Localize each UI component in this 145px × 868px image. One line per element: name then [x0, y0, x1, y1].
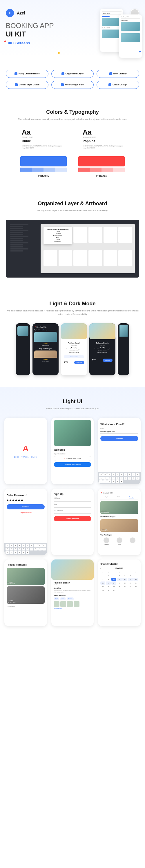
keyboard-key[interactable]: D	[14, 548, 17, 551]
calendar-day[interactable]: 21	[134, 582, 138, 585]
tab[interactable]: Packages	[129, 496, 134, 498]
calendar-day[interactable]: 11	[117, 578, 122, 581]
layer-item[interactable]: ▸ Categories	[45, 241, 70, 243]
calendar-day[interactable]: 5	[122, 574, 127, 577]
keyboard-key[interactable]: P	[136, 473, 140, 476]
password-field[interactable]	[54, 512, 92, 514]
keyboard-key[interactable]: T	[22, 544, 25, 547]
keyboard-key[interactable]: K	[128, 477, 131, 479]
forgot-link[interactable]: Forgot Password?	[7, 512, 45, 514]
email-field[interactable]	[54, 506, 92, 508]
keyboard-key[interactable]: W	[103, 473, 107, 476]
tab[interactable]: Flights	[105, 496, 108, 498]
calendar-day[interactable]: 19	[122, 582, 127, 585]
tab[interactable]: Hotels	[39, 329, 42, 331]
keyboard-key[interactable]: G	[116, 477, 119, 479]
keyboard-key[interactable]: N	[22, 551, 25, 554]
keyboard-key[interactable]: O	[132, 473, 136, 476]
name-field[interactable]	[54, 500, 92, 502]
keyboard-key[interactable]: T	[116, 473, 119, 476]
keyboard-key[interactable]: H	[26, 548, 29, 551]
layer-item[interactable]: ▸ Packages	[45, 232, 70, 235]
keyboard-key[interactable]: Y	[120, 473, 123, 476]
keyboard-key[interactable]: W	[9, 544, 13, 547]
keyboard-key[interactable]: D	[107, 477, 111, 479]
keyboard-key[interactable]: U	[30, 544, 33, 547]
calendar-day[interactable]: 14	[134, 578, 138, 581]
calendar-day[interactable]: 22	[100, 585, 105, 588]
keyboard-key[interactable]: Z	[136, 477, 140, 479]
keyboard-key[interactable]: F	[18, 548, 21, 551]
keyboard-key[interactable]: O	[38, 544, 42, 547]
calendar-day[interactable]: 20	[128, 582, 133, 585]
layer-item[interactable]: ▸ Home	[45, 230, 70, 232]
keyboard-key[interactable]: I	[34, 544, 38, 547]
tab[interactable]: Packages	[43, 329, 48, 331]
signup-button[interactable]: Sign Up	[100, 436, 138, 441]
calendar-day[interactable]: 24	[111, 585, 116, 588]
keyboard-key[interactable]: X	[99, 480, 103, 483]
layer-item[interactable]: ▸ Image	[45, 239, 70, 241]
calendar-day[interactable]: 17	[111, 582, 116, 585]
photos-link[interactable]: See 104 Photos	[54, 608, 92, 609]
calendar-day[interactable]: 6	[128, 574, 133, 577]
calendar-day[interactable]: 23	[106, 585, 111, 588]
tab[interactable]: Hotels	[117, 496, 120, 498]
keyboard-key[interactable]: R	[112, 473, 115, 476]
calendar-day[interactable]: 27	[128, 585, 133, 588]
keyboard-key[interactable]: I	[128, 473, 131, 476]
calendar-day[interactable]: 8	[100, 578, 105, 581]
keyboard-key[interactable]: H	[120, 477, 123, 479]
create-account-button[interactable]: Create Account	[54, 516, 92, 521]
calendar-day[interactable]: 15	[100, 582, 105, 585]
calendar-day[interactable]: 3	[111, 574, 116, 577]
calendar-day[interactable]: 29	[100, 589, 105, 592]
google-button[interactable]: GContinue With Google	[54, 456, 92, 461]
keyboard-key[interactable]: G	[22, 548, 25, 551]
calendar-day[interactable]: 30	[106, 589, 111, 592]
keyboard-key[interactable]: B	[18, 551, 21, 554]
keyboard-key[interactable]: E	[107, 473, 111, 476]
keyboard-key[interactable]: Z	[42, 548, 46, 551]
keyboard-key[interactable]: J	[124, 477, 127, 479]
keyboard-key[interactable]: Q	[99, 473, 103, 476]
keyboard-key[interactable]: V	[107, 480, 111, 483]
keyboard-key[interactable]: K	[34, 548, 38, 551]
keyboard-key[interactable]: S	[9, 548, 13, 551]
calendar-day[interactable]: 31	[111, 589, 116, 592]
pkg-item[interactable]	[126, 537, 138, 545]
keyboard-key[interactable]: P	[42, 544, 46, 547]
keyboard-key[interactable]: C	[103, 480, 107, 483]
keyboard-key[interactable]: R	[18, 544, 21, 547]
calendar-day[interactable]: 18	[117, 582, 122, 585]
keyboard-key[interactable]: A	[5, 548, 9, 551]
calendar-day[interactable]: 16	[106, 582, 111, 585]
keyboard-key[interactable]: M	[120, 480, 123, 483]
layer-item[interactable]: ▸ Tour Packages	[45, 235, 70, 237]
calendar-day[interactable]: 10	[111, 578, 116, 581]
calendar-day[interactable]: 9	[106, 578, 111, 581]
keyboard-key[interactable]: V	[14, 551, 17, 554]
keyboard-key[interactable]: M	[26, 551, 29, 554]
calendar-day[interactable]: 26	[122, 585, 127, 588]
prev-month-icon[interactable]: ‹	[100, 567, 101, 569]
keyboard-key[interactable]: E	[14, 544, 17, 547]
next-month-icon[interactable]: ›	[138, 567, 138, 569]
calendar-day[interactable]: 25	[117, 585, 122, 588]
layer-item[interactable]: ▸ Text	[45, 237, 70, 239]
pkg-item[interactable]: Barcelona	[100, 537, 112, 545]
keyboard-key[interactable]: X	[5, 551, 9, 554]
calendar-day[interactable]: 1	[100, 574, 105, 577]
view-button[interactable]: View available	[64, 355, 84, 358]
calendar-day[interactable]: 4	[117, 574, 122, 577]
keyboard-key[interactable]: S	[103, 477, 107, 479]
calendar-day[interactable]: 7	[134, 574, 138, 577]
calendar-day[interactable]: 13	[128, 578, 133, 581]
continue-button[interactable]: Continue	[7, 504, 45, 509]
keyboard-key[interactable]: J	[30, 548, 33, 551]
calendar-day[interactable]: 2	[106, 574, 111, 577]
keyboard-key[interactable]: Q	[5, 544, 9, 547]
keyboard-key[interactable]: U	[124, 473, 127, 476]
keyboard-key[interactable]: Y	[26, 544, 29, 547]
calendar-day[interactable]: 12	[122, 578, 127, 581]
